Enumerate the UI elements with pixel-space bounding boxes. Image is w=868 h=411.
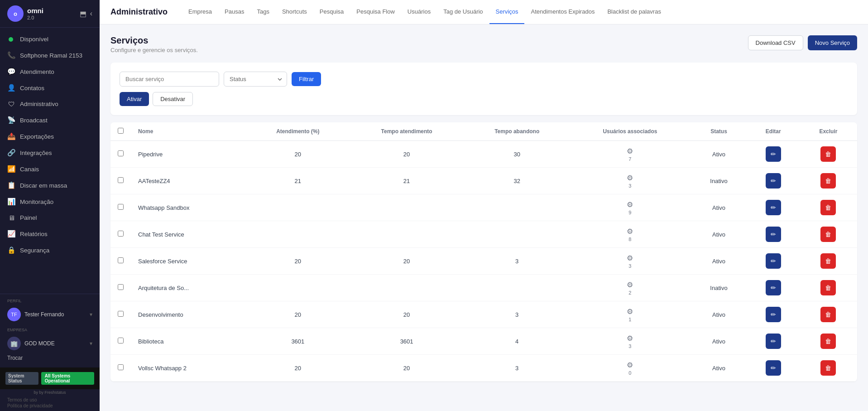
row-checkbox-cell (110, 168, 131, 194)
row-tempo-atendimento: 20 (349, 355, 465, 382)
row-checkbox[interactable] (118, 204, 124, 210)
deactivate-button[interactable]: Desativar (153, 92, 193, 106)
row-usuarios: ⚙ 3 (569, 168, 691, 194)
row-checkbox[interactable] (118, 364, 124, 370)
delete-button[interactable]: 🗑 (820, 200, 836, 215)
tab-pausas[interactable]: Pausas (218, 0, 250, 24)
tab-usuarios[interactable]: Usuários (401, 0, 437, 24)
status-select[interactable]: Status Ativo Inativo (224, 72, 287, 87)
edit-button[interactable]: ✏ (766, 360, 781, 376)
tab-atendimentos-expirados[interactable]: Atendimentos Expirados (524, 0, 601, 24)
activate-button[interactable]: Ativar (120, 92, 149, 106)
row-atendimento: 20 (247, 141, 349, 168)
row-nome: Vollsc Whatsapp 2 (131, 355, 247, 382)
sidebar-item-discar[interactable]: 📋 Discar em massa (0, 177, 100, 193)
row-usuarios: ⚙ 3 (569, 248, 691, 275)
delete-button[interactable]: 🗑 (820, 173, 836, 189)
sidebar-item-atendimento[interactable]: 💬 Atendimento (0, 63, 100, 80)
page-title: Administrativo (110, 0, 168, 24)
row-usuarios: ⚙ 8 (569, 221, 691, 248)
delete-button[interactable]: 🗑 (820, 280, 836, 295)
row-checkbox[interactable] (118, 177, 124, 183)
company-row[interactable]: 🏢 GOD MODE ▾ (7, 334, 92, 353)
nav-tabs: Empresa Pausas Tags Shortcuts Pesquisa P… (182, 0, 667, 24)
sidebar-header-actions: ⬒ ‹ (80, 10, 92, 18)
row-checkbox[interactable] (118, 338, 124, 343)
trocar-button[interactable]: Trocar (7, 353, 92, 363)
edit-button[interactable]: ✏ (766, 227, 781, 242)
sidebar-item-softphone[interactable]: 📞 Softphone Ramal 2153 (0, 47, 100, 63)
delete-button[interactable]: 🗑 (820, 146, 836, 162)
sidebar-item-broadcast[interactable]: 📡 Broadcast (0, 112, 100, 128)
row-edit-cell: ✏ (747, 141, 800, 168)
sidebar-item-painel[interactable]: 🖥 Painel (0, 210, 100, 226)
users-icon: ⚙ (627, 200, 633, 209)
contacts-icon: 👤 (7, 84, 15, 92)
edit-button[interactable]: ✏ (766, 200, 781, 215)
row-checkbox[interactable] (118, 311, 124, 317)
row-edit-cell: ✏ (747, 275, 800, 301)
novo-servico-button[interactable]: Novo Serviço (808, 35, 857, 50)
row-atendimento (247, 275, 349, 301)
delete-button[interactable]: 🗑 (820, 360, 836, 376)
sidebar-item-seguranca[interactable]: 🔒 Segurança (0, 242, 100, 258)
sidebar-item-label: Atendimento (20, 68, 54, 75)
sidebar-item-disponivel[interactable]: Disponível (0, 31, 100, 47)
edit-button[interactable]: ✏ (766, 307, 781, 322)
terms-link[interactable]: Termos de uso (7, 397, 92, 402)
reports-icon: 📈 (7, 230, 15, 238)
tab-blacklist[interactable]: Blacklist de palavras (601, 0, 667, 24)
row-edit-cell: ✏ (747, 194, 800, 221)
edit-button[interactable]: ✏ (766, 146, 781, 162)
delete-button[interactable]: 🗑 (820, 227, 836, 242)
sidebar-item-canais[interactable]: 📶 Canais (0, 161, 100, 177)
row-tempo-atendimento (349, 275, 465, 301)
select-all-checkbox[interactable] (118, 128, 124, 134)
filter-button[interactable]: Filtrar (292, 72, 321, 86)
filter-bar: Status Ativo Inativo Filtrar Ativar Desa… (110, 63, 857, 115)
delete-button[interactable]: 🗑 (820, 307, 836, 322)
edit-button[interactable]: ✏ (766, 253, 781, 269)
tab-pesquisa-flow[interactable]: Pesquisa Flow (350, 0, 401, 24)
profile-row[interactable]: TF Tester Fernando ▾ (7, 305, 92, 324)
sidebar-item-relatorios[interactable]: 📈 Relatórios (0, 226, 100, 242)
edit-button[interactable]: ✏ (766, 334, 781, 349)
tab-servicos[interactable]: Serviços (489, 0, 525, 24)
search-input[interactable] (120, 72, 219, 87)
company-info: 🏢 GOD MODE (7, 337, 55, 350)
system-status-bar[interactable]: System Status All Systems Operational (0, 367, 100, 389)
tab-tag-usuario[interactable]: Tag de Usuário (437, 0, 489, 24)
tab-tags[interactable]: Tags (250, 0, 275, 24)
delete-button[interactable]: 🗑 (820, 253, 836, 269)
page-actions: Download CSV Novo Serviço (748, 35, 857, 50)
avatar: o (7, 5, 24, 22)
delete-button[interactable]: 🗑 (820, 334, 836, 349)
tab-empresa[interactable]: Empresa (182, 0, 218, 24)
download-csv-button[interactable]: Download CSV (748, 35, 803, 50)
sidebar-item-label: Exportações (20, 133, 54, 140)
privacy-link[interactable]: Política de privacidade (7, 403, 92, 408)
row-checkbox[interactable] (118, 150, 124, 156)
system-status-value: All Systems Operational (41, 372, 94, 385)
table-row: Chat Test Service ⚙ 8 Ativo ✏ 🗑 (110, 221, 857, 248)
sidebar-item-monitoracao[interactable]: 📊 Monitoração (0, 193, 100, 210)
sidebar-item-integracoes[interactable]: 🔗 Integrações (0, 145, 100, 161)
edit-button[interactable]: ✏ (766, 173, 781, 189)
collapse-icon[interactable]: ‹ (90, 10, 92, 18)
sidebar-logo: o omni 2.0 (7, 5, 43, 22)
header-nome: Nome (131, 122, 247, 141)
profile-section-label: PERFIL (7, 299, 92, 303)
sidebar-item-administrativo[interactable]: 🛡 Administrativo (0, 96, 100, 112)
tab-shortcuts[interactable]: Shortcuts (276, 0, 313, 24)
edit-button[interactable]: ✏ (766, 280, 781, 295)
row-nome: Arquitetura de So... (131, 275, 247, 301)
sidebar-item-contatos[interactable]: 👤 Contatos (0, 80, 100, 96)
tab-pesquisa[interactable]: Pesquisa (313, 0, 350, 24)
row-checkbox[interactable] (118, 284, 124, 290)
row-checkbox[interactable] (118, 257, 124, 263)
sidebar-item-label: Broadcast (20, 117, 48, 124)
share-icon[interactable]: ⬒ (80, 10, 86, 18)
sidebar-item-exportacoes[interactable]: 📤 Exportações (0, 128, 100, 145)
users-icon: ⚙ (627, 361, 633, 369)
row-checkbox[interactable] (118, 231, 124, 237)
